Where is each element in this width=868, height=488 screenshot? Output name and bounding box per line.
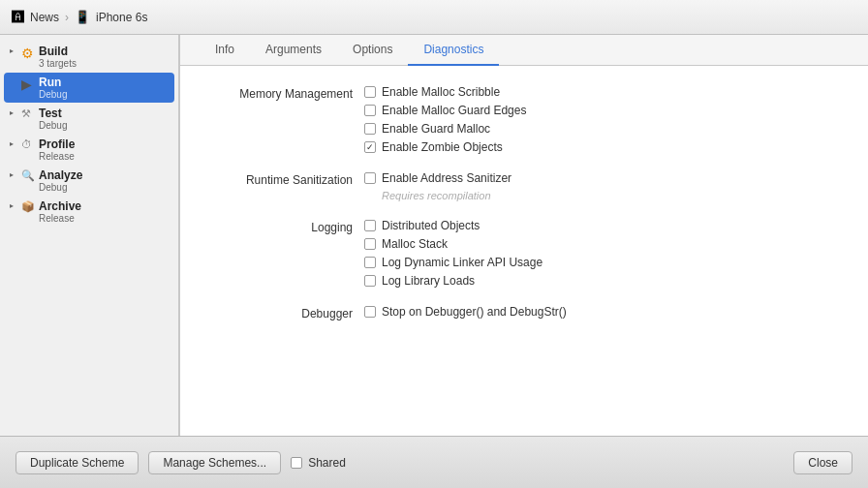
label-distributed-objects: Distributed Objects [382, 219, 480, 232]
label-malloc-guard-edges: Enable Malloc Guard Edges [382, 104, 526, 117]
project-name: News [30, 11, 59, 24]
section-memory-management: Memory Management Enable Malloc Scribble… [209, 85, 839, 154]
analyze-subtitle: Debug [39, 182, 82, 193]
checkbox-stop-on-debugger[interactable] [364, 306, 376, 318]
tabs-bar: Info Arguments Options Diagnostics [180, 35, 868, 66]
label-requires-recompilation: Requires recompilation [382, 190, 491, 201]
build-title: Build [39, 45, 77, 58]
runtime-sanitization-options: Enable Address Sanitizer Requires recomp… [364, 171, 512, 201]
checkbox-library-loads[interactable] [364, 275, 376, 287]
build-subtitle: 3 targets [39, 58, 77, 69]
logging-label: Logging [209, 219, 364, 234]
label-malloc-stack: Malloc Stack [382, 237, 448, 251]
option-malloc-scribble: Enable Malloc Scribble [364, 85, 526, 99]
sidebar-item-build[interactable]: ▸ ⚙ Build 3 targets [4, 42, 174, 72]
expand-icon-archive: ▸ [10, 201, 21, 210]
profile-info: Profile Release [39, 137, 75, 162]
section-debugger: Debugger Stop on Debugger() and DebugStr… [209, 305, 839, 320]
checkbox-address-sanitizer[interactable] [364, 172, 376, 184]
logging-options: Distributed Objects Malloc Stack Log Dyn… [364, 219, 542, 288]
expand-icon-profile: ▸ [10, 139, 21, 148]
expand-icon-analyze: ▸ [10, 170, 21, 179]
checkbox-zombie-objects[interactable] [364, 141, 376, 153]
checkbox-distributed-objects[interactable] [364, 220, 376, 231]
label-address-sanitizer: Enable Address Sanitizer [382, 171, 512, 185]
checkbox-malloc-scribble[interactable] [364, 86, 376, 98]
label-malloc-scribble: Enable Malloc Scribble [382, 85, 500, 99]
label-guard-malloc: Enable Guard Malloc [382, 122, 490, 136]
memory-management-label: Memory Management [209, 85, 364, 101]
settings-content: Memory Management Enable Malloc Scribble… [180, 66, 868, 436]
option-requires-recompilation: Requires recompilation [364, 190, 512, 201]
run-info: Run Debug [39, 76, 67, 100]
option-malloc-stack: Malloc Stack [364, 237, 542, 251]
checkbox-dynamic-linker[interactable] [364, 257, 376, 268]
run-subtitle: Debug [39, 89, 67, 100]
run-icon: ▶ [21, 76, 35, 90]
sidebar-item-run[interactable]: ▶ Run Debug [4, 73, 174, 103]
tab-arguments[interactable]: Arguments [250, 35, 337, 66]
profile-subtitle: Release [39, 151, 75, 162]
checkbox-malloc-stack[interactable] [364, 238, 376, 250]
test-icon: ⚒ [21, 107, 35, 121]
memory-management-options: Enable Malloc Scribble Enable Malloc Gua… [364, 85, 526, 154]
tab-options[interactable]: Options [337, 35, 408, 66]
runtime-sanitization-label: Runtime Sanitization [209, 171, 364, 187]
analyze-info: Analyze Debug [39, 168, 82, 193]
sidebar-item-profile[interactable]: ▸ ⏱ Profile Release [4, 135, 174, 165]
sidebar-item-analyze[interactable]: ▸ 🔍 Analyze Debug [4, 166, 174, 196]
sidebar-item-archive[interactable]: ▸ 📦 Archive Release [4, 197, 174, 227]
expand-icon-test: ▸ [10, 108, 21, 117]
tab-info[interactable]: Info [200, 35, 250, 66]
checkbox-malloc-guard-edges[interactable] [364, 105, 376, 116]
manage-schemes-button[interactable]: Manage Schemes... [148, 451, 281, 474]
body-area: ▸ ⚙ Build 3 targets ▶ Run Debug ▸ ⚒ [0, 35, 868, 436]
archive-subtitle: Release [39, 213, 81, 224]
option-zombie-objects: Enable Zombie Objects [364, 140, 526, 154]
sidebar-item-test[interactable]: ▸ ⚒ Test Debug [4, 104, 174, 134]
option-guard-malloc: Enable Guard Malloc [364, 122, 526, 136]
profile-icon: ⏱ [21, 138, 35, 152]
test-subtitle: Debug [39, 120, 67, 131]
section-runtime-sanitization: Runtime Sanitization Enable Address Sani… [209, 171, 839, 201]
build-icon: ⚙ [21, 46, 35, 59]
option-malloc-guard-edges: Enable Malloc Guard Edges [364, 104, 526, 117]
app-icon: 🅰 [12, 10, 24, 24]
label-stop-on-debugger: Stop on Debugger() and DebugStr() [382, 305, 567, 319]
archive-title: Archive [39, 199, 81, 213]
test-title: Test [39, 107, 67, 120]
option-stop-on-debugger: Stop on Debugger() and DebugStr() [364, 305, 567, 319]
tab-diagnostics[interactable]: Diagnostics [408, 35, 499, 66]
build-info: Build 3 targets [39, 45, 77, 69]
debugger-label: Debugger [209, 305, 364, 320]
main-content: ▸ ⚙ Build 3 targets ▶ Run Debug ▸ ⚒ [0, 35, 868, 488]
right-panel: Info Arguments Options Diagnostics Memor… [179, 35, 868, 436]
device-name: iPhone 6s [96, 11, 147, 24]
analyze-icon: 🔍 [21, 169, 35, 183]
shared-area: Shared [291, 456, 346, 470]
option-dynamic-linker: Log Dynamic Linker API Usage [364, 256, 542, 269]
option-address-sanitizer: Enable Address Sanitizer [364, 171, 512, 185]
archive-info: Archive Release [39, 199, 81, 224]
test-info: Test Debug [39, 107, 67, 131]
device-icon: 📱 [75, 10, 90, 24]
checkbox-guard-malloc[interactable] [364, 123, 376, 135]
close-button[interactable]: Close [793, 451, 852, 474]
profile-title: Profile [39, 137, 75, 151]
label-dynamic-linker: Log Dynamic Linker API Usage [382, 256, 542, 269]
label-zombie-objects: Enable Zombie Objects [382, 140, 503, 154]
debugger-options: Stop on Debugger() and DebugStr() [364, 305, 567, 319]
archive-icon: 📦 [21, 200, 35, 214]
run-title: Run [39, 76, 67, 89]
option-library-loads: Log Library Loads [364, 274, 542, 288]
title-bar: 🅰 News › 📱 iPhone 6s [0, 0, 868, 35]
bottom-bar: Duplicate Scheme Manage Schemes... Share… [0, 436, 868, 488]
sidebar: ▸ ⚙ Build 3 targets ▶ Run Debug ▸ ⚒ [0, 35, 179, 436]
breadcrumb-separator: › [65, 11, 69, 24]
checkbox-shared[interactable] [291, 457, 302, 469]
section-logging: Logging Distributed Objects Malloc Stack [209, 219, 839, 288]
option-distributed-objects: Distributed Objects [364, 219, 542, 232]
shared-label: Shared [308, 456, 346, 470]
duplicate-scheme-button[interactable]: Duplicate Scheme [16, 451, 139, 474]
analyze-title: Analyze [39, 168, 82, 182]
